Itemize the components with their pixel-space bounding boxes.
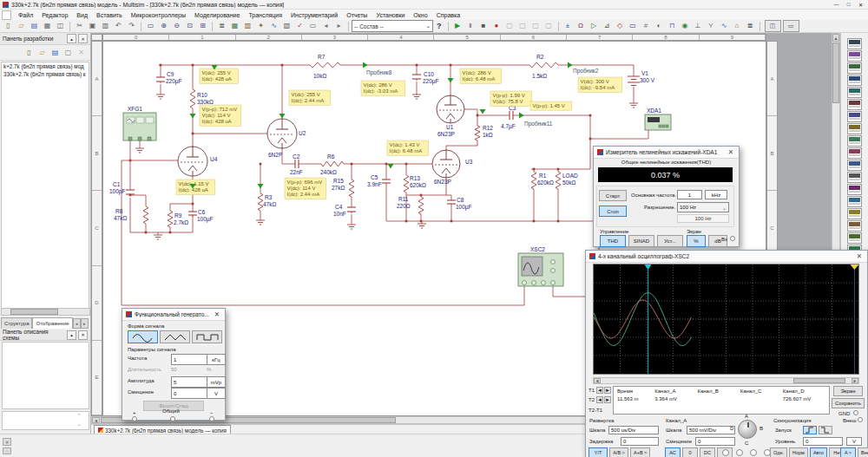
design-tree-item-1[interactable]: k+2.7k (6н2п прямая связь) мод <box>2 62 89 70</box>
spreadsheet-icon[interactable]: ▦ <box>228 20 241 33</box>
open-file-icon[interactable]: ▱ <box>15 20 28 33</box>
cursor2-left-icon[interactable]: ◄ <box>596 396 603 403</box>
close-icon[interactable]: ✕ <box>856 1 865 8</box>
scroll-right-icon[interactable]: ► <box>852 378 858 383</box>
menu-item-11[interactable]: Окно <box>409 11 431 19</box>
step-out-icon[interactable]: ▢ <box>542 20 556 33</box>
coupling-button-1[interactable]: AC <box>665 447 681 457</box>
menu-item-7[interactable]: Трансляция <box>244 11 286 19</box>
oscilloscope-icon[interactable] <box>847 75 862 86</box>
channel-radio-3[interactable] <box>750 449 757 456</box>
basic-components-icon[interactable]: Ω <box>575 20 588 33</box>
misc-digital-icon[interactable]: ◐ <box>653 20 666 33</box>
zoom-area-icon[interactable]: ⊡ <box>183 20 196 33</box>
erc-icon[interactable]: ✓ <box>293 20 306 33</box>
analyzer-control-button-2[interactable]: SINAD <box>628 235 654 247</box>
chevron-down-icon[interactable]: ⌄ <box>76 421 82 428</box>
scroll-left-icon[interactable]: ◄ <box>92 417 100 423</box>
channel-scale-input[interactable]: 500 mV/Div <box>687 426 735 434</box>
timebase-delay-input[interactable]: 0 <box>621 437 659 446</box>
mixed-components-icon[interactable]: ⊓ <box>666 20 679 33</box>
electromech-components-icon[interactable]: ⌂ <box>731 20 744 33</box>
power-components-icon[interactable]: ⊥ <box>692 20 705 33</box>
timebase-mode-button-1[interactable]: Y/T <box>589 447 608 457</box>
menu-item-1[interactable]: Файл <box>14 11 37 19</box>
menu-item-8[interactable]: Инструментарий <box>286 11 342 19</box>
bode-plotter-icon[interactable] <box>847 99 862 110</box>
start-button[interactable]: Старт <box>599 190 627 201</box>
help-icon[interactable]: ? <box>437 22 442 30</box>
trigger-source-button-1[interactable]: A > <box>840 447 856 457</box>
close-icon[interactable]: ✕ <box>78 330 88 340</box>
document-icon[interactable] <box>2 10 11 20</box>
multimeter-icon[interactable] <box>847 38 862 49</box>
agilent-function-generator-icon[interactable] <box>847 208 862 219</box>
design-tree-hscrollbar[interactable] <box>1 308 90 316</box>
close-icon[interactable]: ✕ <box>78 34 88 43</box>
trigger-level-unit[interactable]: V <box>846 437 862 446</box>
window-titlebar[interactable]: Измеритель нелинейных искажений-XDA1 ✕ <box>594 147 739 159</box>
scroll-up-icon[interactable]: ▲ <box>832 34 839 42</box>
menu-item-6[interactable]: Моделирование <box>190 11 244 19</box>
cursor2-flag-icon[interactable] <box>850 264 858 270</box>
undo-icon[interactable]: ↶ <box>112 20 125 33</box>
postprocessor-icon[interactable]: ▧ <box>280 20 293 33</box>
timebase-scale-input[interactable]: 500 us/Div <box>608 426 659 434</box>
logic-analyzer-icon[interactable] <box>847 147 862 159</box>
new-design-icon[interactable]: ▯ <box>23 47 35 58</box>
save-icon[interactable]: ▤ <box>28 20 41 33</box>
pause-simulation-icon[interactable]: ‖ <box>464 20 477 33</box>
scope-hscrollbar[interactable]: ◄ ► <box>593 377 859 384</box>
distortion-analyzer-icon[interactable] <box>847 172 862 183</box>
scroll-left-icon[interactable]: ◄ <box>594 378 601 383</box>
cursor1-right-icon[interactable]: ► <box>604 387 611 394</box>
menu-item-4[interactable]: Вставить <box>92 11 127 19</box>
fullscreen-icon[interactable]: ▭ <box>144 20 157 33</box>
active-analysis-icon[interactable]: ● <box>490 20 503 33</box>
zoom-in-icon[interactable]: ⊕ <box>157 20 170 33</box>
cursor2-right-icon[interactable]: ► <box>604 396 611 403</box>
tab-scroll-left-icon[interactable]: ◄ <box>73 318 81 329</box>
menu-item-3[interactable]: Вид <box>72 11 92 19</box>
menu-item-9[interactable]: Отчеты <box>342 11 372 19</box>
minimize-icon[interactable]: — <box>832 1 841 8</box>
forward-annotate-icon[interactable]: ▸ <box>332 20 345 33</box>
analyzer-display-button-1[interactable]: % <box>687 235 706 247</box>
delete-icon[interactable]: ✕ <box>76 47 87 58</box>
word-generator-icon[interactable] <box>847 123 862 134</box>
in-use-list-icon[interactable]: ◫ <box>765 20 781 32</box>
param-unit-box[interactable]: V <box>207 388 226 399</box>
window-titlebar[interactable]: Функциональный генерато... ✕ <box>122 309 225 321</box>
description-panel-body[interactable] <box>2 342 89 409</box>
ttl-components-icon[interactable]: ▭ <box>627 20 640 33</box>
zoom-fit-icon[interactable]: ⊞ <box>196 20 209 33</box>
pin-icon[interactable]: ▴ <box>67 330 76 340</box>
close-icon[interactable]: ✕ <box>855 252 864 260</box>
window-titlebar[interactable]: 4-х канальный осциллограф-XSC2 ✕ <box>586 251 867 263</box>
trigger-mode-button-3[interactable]: Авто <box>810 447 827 457</box>
pause-at-condition-icon[interactable]: ▢ <box>503 20 516 33</box>
four-channel-oscilloscope-icon[interactable] <box>847 87 862 98</box>
design-tree-item-2[interactable]: 330k+2.7k (6н2п прямая связь) к <box>2 70 89 78</box>
cmos-components-icon[interactable]: # <box>640 20 653 33</box>
print-icon[interactable]: ▦ <box>41 20 54 33</box>
trigger-level-input[interactable]: 0 <box>803 437 843 446</box>
run-simulation-icon[interactable]: ▶ <box>451 20 464 33</box>
trigger-source-button-2[interactable]: Внеш <box>858 447 868 457</box>
plus-terminal[interactable] <box>132 416 137 421</box>
analyzer-control-button-1[interactable]: THD <box>600 235 626 247</box>
square-wave-button[interactable] <box>192 330 222 343</box>
in-use-list-dropdown[interactable]: -- Состав --⌄ <box>352 20 433 32</box>
print-preview-icon[interactable]: ◫ <box>54 20 67 33</box>
channel-radio-2[interactable] <box>736 449 743 456</box>
cursor1-left-icon[interactable]: ◄ <box>596 387 603 394</box>
frequency-counter-icon[interactable] <box>847 111 862 122</box>
step-into-icon[interactable]: ▢ <box>516 20 529 33</box>
stop-simulation-icon[interactable]: ■ <box>477 20 490 33</box>
timebase-mode-button-3[interactable]: A+B > <box>630 447 650 457</box>
menu-item-2[interactable]: Редактор <box>37 11 72 19</box>
menu-item-5[interactable]: Микроконтроллеры <box>127 11 190 19</box>
hierarchy-icon[interactable]: ≣ <box>215 20 228 33</box>
source-components-icon[interactable]: ± <box>562 20 575 33</box>
trigger-falling-edge-button[interactable] <box>819 426 832 434</box>
